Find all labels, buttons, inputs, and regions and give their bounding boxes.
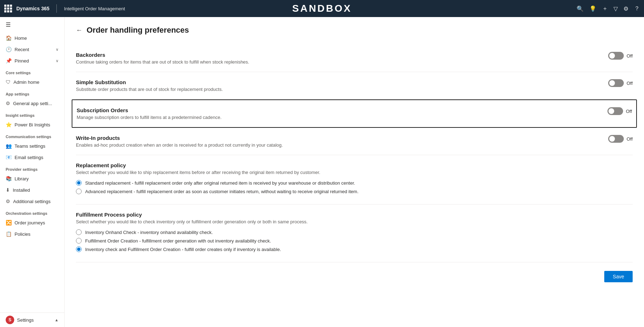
gear-icon: ⚙	[6, 198, 10, 204]
library-icon: 📚	[6, 176, 12, 181]
backorders-control: Off	[608, 52, 633, 60]
lightbulb-icon[interactable]: 💡	[589, 5, 596, 12]
app-settings-label: App settings	[0, 88, 64, 98]
toggle-slider	[608, 52, 624, 60]
simple-substitution-control: Off	[608, 79, 633, 87]
fulfillment-option-order-creation[interactable]: Fulfillment Order Creation - fulfillment…	[76, 238, 633, 244]
write-in-products-section: Write-In products Enables ad-hoc product…	[76, 128, 633, 155]
sidebar-item-installed[interactable]: ⬇ Installed	[0, 184, 64, 196]
subscription-orders-control: Off	[607, 107, 632, 115]
chevron-down-icon: ∨	[56, 59, 59, 63]
gear-icon[interactable]: ⚙	[623, 5, 628, 12]
sidebar-item-policies[interactable]: 📋 Policies	[0, 228, 64, 240]
simple-substitution-description: Substitute order products that are out o…	[76, 87, 600, 92]
toggle-slider	[608, 79, 624, 87]
topnav: Dynamics 365 Intelligent Order Managemen…	[0, 0, 644, 17]
orchestration-settings-label: Orchestration settings	[0, 207, 64, 217]
fulfillment-radio-onhand[interactable]	[76, 229, 82, 235]
subscription-orders-section: Subscription Orders Manage subscription …	[72, 99, 637, 128]
sidebar-item-library[interactable]: 📚 Library	[0, 173, 64, 184]
email-icon: 📧	[6, 154, 12, 160]
sidebar-item-label: Home	[15, 36, 27, 41]
sidebar-item-admin-home[interactable]: 🛡 Admin home	[0, 76, 64, 88]
simple-substitution-section: Simple Substitution Substitute order pro…	[76, 72, 633, 99]
replacement-policy-title: Replacement policy	[76, 162, 633, 168]
fulfillment-policy-title: Fulfillment Process policy	[76, 212, 633, 218]
fulfillment-option-inventory-onhand[interactable]: Inventory Onhand Check - inventory onhan…	[76, 229, 633, 235]
sidebar-item-label: Library	[15, 176, 29, 181]
backorders-info: Backorders Continue taking orders for it…	[76, 52, 600, 65]
simple-substitution-title: Simple Substitution	[76, 79, 600, 85]
backorders-description: Continue taking orders for items that ar…	[76, 59, 600, 65]
subscription-orders-info: Subscription Orders Manage subscription …	[77, 107, 599, 120]
recent-icon: 🕐	[6, 47, 12, 52]
fulfillment-option-creation-label: Fulfillment Order Creation - fulfillment…	[85, 238, 271, 244]
write-in-products-description: Enables ad-hoc product creation when an …	[76, 142, 600, 148]
replacement-policy-description: Select whether you would like to ship re…	[76, 170, 633, 175]
sidebar-item-power-bi[interactable]: ⭐ Power Bi Insights	[0, 119, 64, 130]
waffle-menu[interactable]	[4, 5, 12, 12]
gear-icon: ⚙	[6, 100, 10, 106]
simple-substitution-toggle[interactable]	[608, 79, 624, 87]
nav-separator	[56, 4, 57, 13]
sidebar-item-label: Additional settings	[13, 199, 51, 204]
fulfillment-policy-section: Fulfillment Process policy Select whethe…	[76, 205, 633, 262]
chevron-down-icon: ∨	[56, 47, 59, 52]
sidebar-item-label: Installed	[13, 187, 30, 193]
fulfillment-radio-both[interactable]	[76, 246, 82, 252]
download-icon: ⬇	[6, 187, 10, 193]
filter-icon[interactable]: ▽	[613, 5, 618, 12]
sidebar: ☰ 🏠 Home 🕐 Recent ∨ 📌 Pinned ∨ Core sett…	[0, 17, 65, 327]
search-icon[interactable]: 🔍	[577, 5, 584, 12]
replacement-option-standard-label: Standard replacement - fulfill replaceme…	[85, 180, 355, 186]
backorders-toggle-label: Off	[627, 53, 633, 59]
sidebar-item-label: Recent	[15, 47, 29, 52]
backorders-title: Backorders	[76, 52, 600, 58]
sidebar-item-home[interactable]: 🏠 Home	[0, 32, 64, 44]
write-in-products-info: Write-In products Enables ad-hoc product…	[76, 135, 600, 148]
insight-settings-label: Insight settings	[0, 109, 64, 119]
write-in-products-title: Write-In products	[76, 135, 600, 141]
write-in-products-toggle[interactable]	[608, 135, 624, 143]
toggle-slider	[607, 107, 623, 115]
fulfillment-policy-description: Select whether you would like to check i…	[76, 219, 633, 224]
back-button[interactable]: ←	[76, 27, 82, 34]
simple-substitution-toggle-label: Off	[627, 81, 633, 86]
plus-icon[interactable]: ＋	[602, 5, 608, 12]
replacement-option-advanced[interactable]: Advanced replacement - fulfill replaceme…	[76, 189, 633, 194]
simple-substitution-info: Simple Substitution Substitute order pro…	[76, 79, 600, 92]
policy-icon: 📋	[6, 231, 12, 237]
teams-icon: 👥	[6, 143, 12, 149]
fulfillment-radio-creation[interactable]	[76, 238, 82, 244]
sidebar-item-additional[interactable]: ⚙ Additional settings	[0, 196, 64, 207]
home-icon: 🏠	[6, 35, 12, 41]
help-icon[interactable]: ？	[634, 5, 640, 12]
sidebar-item-recent[interactable]: 🕐 Recent ∨	[0, 44, 64, 55]
page-title: Order handling preferences	[87, 26, 189, 35]
sidebar-item-email[interactable]: 📧 Email settings	[0, 152, 64, 163]
subscription-orders-toggle[interactable]	[607, 107, 623, 115]
sidebar-bottom-settings[interactable]: S Settings ▲	[0, 312, 64, 327]
backorders-section: Backorders Continue taking orders for it…	[76, 45, 633, 72]
fulfillment-option-onhand-label: Inventory Onhand Check - inventory onhan…	[85, 230, 213, 235]
sidebar-item-label: Power Bi Insights	[15, 122, 50, 127]
sidebar-item-pinned[interactable]: 📌 Pinned ∨	[0, 55, 64, 66]
replacement-option-standard[interactable]: Standard replacement - fulfill replaceme…	[76, 180, 633, 186]
hamburger-menu[interactable]: ☰	[0, 17, 64, 32]
brand-name[interactable]: Dynamics 365	[16, 6, 49, 11]
fulfillment-option-both[interactable]: Inventory check and Fulfillment Order Cr…	[76, 246, 633, 252]
provider-settings-label: Provider settings	[0, 163, 64, 173]
page-header: ← Order handling preferences	[76, 26, 633, 35]
replacement-policy-section: Replacement policy Select whether you wo…	[76, 155, 633, 205]
sidebar-item-label: Email settings	[15, 155, 43, 160]
sidebar-item-general-app[interactable]: ⚙ General app setti...	[0, 98, 64, 109]
sandbox-label: SANDBOX	[292, 3, 352, 14]
replacement-radio-advanced[interactable]	[76, 189, 82, 194]
sidebar-item-order-journeys[interactable]: 🔀 Order journeys	[0, 217, 64, 228]
subscription-orders-title: Subscription Orders	[77, 107, 599, 113]
sidebar-item-teams[interactable]: 👥 Teams settings	[0, 140, 64, 152]
save-button[interactable]: Save	[604, 271, 633, 282]
replacement-radio-standard[interactable]	[76, 180, 82, 186]
sidebar-item-label: Policies	[15, 231, 31, 237]
backorders-toggle[interactable]	[608, 52, 624, 60]
